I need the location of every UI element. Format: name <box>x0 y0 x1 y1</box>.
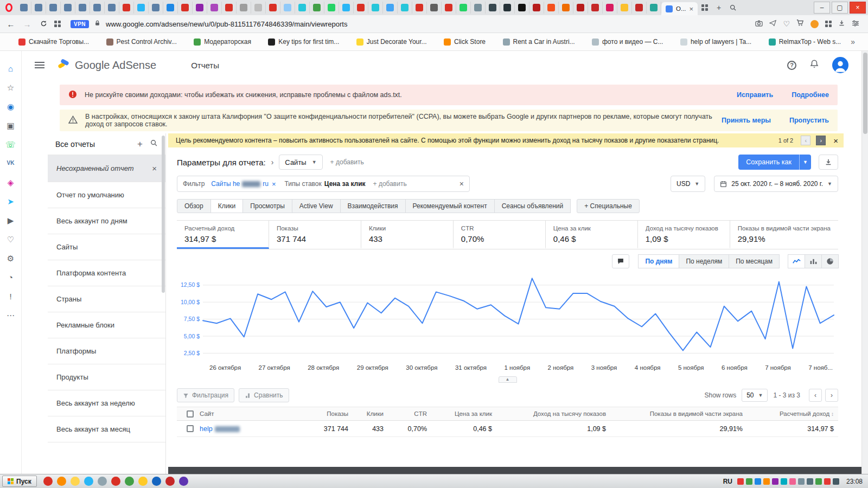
taskbar-app-icon[interactable] <box>125 477 134 486</box>
bookmark-heart-icon[interactable]: ♡ <box>783 20 790 28</box>
take-action-link[interactable]: Принять меры <box>722 117 771 124</box>
browser-tab[interactable] <box>31 2 46 14</box>
browser-tab[interactable] <box>354 2 368 14</box>
clear-filters-icon[interactable]: × <box>459 179 464 188</box>
taskbar-app-icon[interactable] <box>111 477 120 486</box>
vpn-badge[interactable]: VPN <box>71 20 89 28</box>
browser-tab[interactable] <box>134 2 149 14</box>
taskbar-app-icon[interactable] <box>138 477 148 486</box>
browser-tab[interactable] <box>559 2 573 14</box>
granularity-button[interactable]: По неделям <box>679 254 729 268</box>
metric-card[interactable]: Доход на тысячу показов1,09 $ <box>638 221 730 249</box>
table-row[interactable]: help371 7444330,70%0,46 $1,09 $29,91%314… <box>177 421 838 437</box>
sidebar-item[interactable]: Продукты <box>48 364 165 390</box>
browser-tab[interactable] <box>398 2 412 14</box>
browser-tab[interactable] <box>603 2 617 14</box>
page-scrollbar[interactable] <box>861 51 868 474</box>
taskbar-app-icon[interactable] <box>98 477 107 486</box>
metric-card[interactable]: Расчетный доход314,97 $ <box>177 221 269 249</box>
line-chart-button[interactable] <box>788 254 805 268</box>
tray-icon[interactable] <box>763 478 770 485</box>
browser-tab[interactable] <box>588 2 603 14</box>
browser-tab[interactable] <box>471 2 486 14</box>
column-header[interactable]: Клики <box>353 410 388 417</box>
tray-icon[interactable] <box>789 478 796 485</box>
video-icon[interactable]: ▶ <box>5 214 17 226</box>
messenger-icon[interactable]: ◉ <box>5 100 17 112</box>
browser-tab[interactable] <box>280 2 295 14</box>
tray-icon[interactable] <box>737 478 744 485</box>
granularity-button[interactable]: По месяцам <box>729 254 780 268</box>
save-as-dropdown-button[interactable]: ▼ <box>799 155 811 170</box>
bookmark-item[interactable]: RelmaxTop - Web s... <box>763 38 846 46</box>
bookmark-item[interactable]: Just Decorate Your... <box>351 38 432 46</box>
close-icon[interactable]: × <box>152 164 157 173</box>
taskbar-app-icon[interactable] <box>43 477 53 486</box>
browser-tab[interactable] <box>544 2 559 14</box>
skip-link[interactable]: Пропустить <box>789 117 829 124</box>
bookmark-item[interactable]: Pest Control Archiv... <box>101 38 182 46</box>
promo-next-button[interactable]: › <box>816 136 826 145</box>
sidebar-item[interactable]: Несохраненный отчет× <box>48 155 165 182</box>
more-icon[interactable]: ⋯ <box>5 309 17 321</box>
tray-icon[interactable] <box>815 478 822 485</box>
column-header[interactable]: CTR <box>388 410 431 417</box>
browser-tab[interactable] <box>515 2 529 14</box>
menu-hamburger-icon[interactable] <box>35 62 44 68</box>
tune-icon[interactable] <box>852 19 859 29</box>
browser-tab[interactable] <box>617 2 632 14</box>
chart-annotations-button[interactable] <box>612 254 629 268</box>
browser-tab[interactable] <box>295 2 310 14</box>
sidebar-item[interactable]: Весь аккаунт по дням <box>48 208 165 234</box>
browser-tab[interactable] <box>632 2 647 14</box>
sidebar-item[interactable]: Рекламные блоки <box>48 312 165 338</box>
tray-icon[interactable] <box>746 478 752 485</box>
report-tab[interactable]: Рекомендуемый контент <box>405 199 495 213</box>
collapse-chart-button[interactable]: ▲ <box>499 376 517 383</box>
bar-chart-button[interactable] <box>805 254 822 268</box>
metric-card[interactable]: CTR0,70% <box>454 221 546 249</box>
bookmark-item[interactable]: Скачайте Торговы... <box>13 38 94 46</box>
report-entity-select[interactable]: Сайты ▼ <box>279 155 322 170</box>
pinboard-icon[interactable] <box>825 21 832 27</box>
reload-icon[interactable] <box>38 20 49 29</box>
browser-tab[interactable] <box>368 2 383 14</box>
opera-menu-icon[interactable] <box>5 3 12 12</box>
browser-tab[interactable] <box>456 2 471 14</box>
browser-tab[interactable] <box>119 2 134 14</box>
report-tab[interactable]: + Специальные <box>577 199 640 213</box>
browser-tab[interactable] <box>310 2 324 14</box>
browser-tab[interactable] <box>266 2 280 14</box>
tab-menu-icon[interactable] <box>698 2 712 14</box>
remove-site-filter-icon[interactable]: × <box>272 180 276 188</box>
browser-tab[interactable] <box>573 2 588 14</box>
promo-close-icon[interactable]: × <box>833 136 838 145</box>
yandex-bear-icon[interactable] <box>810 20 819 28</box>
start-button[interactable]: Пуск <box>2 476 37 487</box>
show-rows-select[interactable]: 50 ▼ <box>742 389 768 402</box>
add-parameter-link[interactable]: + добавить <box>330 158 364 166</box>
browser-tab[interactable] <box>90 2 105 14</box>
browser-tab[interactable] <box>412 2 427 14</box>
bookmark-item[interactable]: Key tips for first tim... <box>263 38 344 46</box>
browser-tab[interactable] <box>500 2 515 14</box>
feedback-icon[interactable]: ! <box>5 290 17 302</box>
browser-tab[interactable] <box>529 2 544 14</box>
browser-tab[interactable] <box>149 2 163 14</box>
report-tab[interactable]: Active View <box>292 199 341 213</box>
browser-tab[interactable] <box>178 2 193 14</box>
tray-icon[interactable] <box>833 478 839 485</box>
sidebar-item[interactable]: Весь аккаунт за неделю <box>48 390 165 416</box>
report-tab[interactable]: Сеансы объявлений <box>494 199 571 213</box>
window-maximize-button[interactable]: ▢ <box>832 2 848 14</box>
back-icon[interactable]: ← <box>5 20 16 29</box>
notifications-bell-icon[interactable] <box>809 59 819 71</box>
column-header[interactable]: Сайт <box>195 410 304 417</box>
url-text[interactable]: www.google.com/adsense/new/u/0/pub-81151… <box>106 20 750 28</box>
date-range-select[interactable]: 25 окт. 2020 г. – 8 нояб. 2020 г. ▼ <box>714 176 838 192</box>
whatsapp-icon[interactable]: ☏ <box>5 138 17 150</box>
browser-tab[interactable] <box>324 2 339 14</box>
browser-tab[interactable] <box>427 2 442 14</box>
tray-icon[interactable] <box>781 478 787 485</box>
browser-tab[interactable] <box>17 2 31 14</box>
